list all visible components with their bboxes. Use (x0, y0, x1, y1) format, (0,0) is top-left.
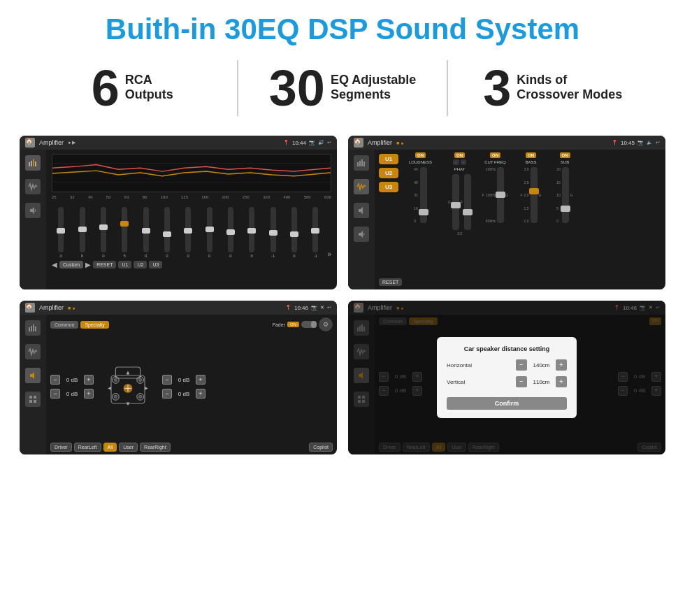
cutfreq-slider[interactable] (497, 167, 504, 223)
bass-slider[interactable] (531, 167, 538, 223)
speaker-btn-copilot[interactable]: Copilot (309, 443, 333, 452)
eq-u3-btn[interactable]: U3 (149, 261, 162, 268)
db-value-tl: 0 dB (62, 377, 82, 383)
eq-prev-arrow[interactable]: ◀ (52, 261, 57, 268)
db-plus-tr[interactable]: + (196, 375, 206, 385)
amp-channel-loudness: ON LOUDNESS 644832160 (401, 152, 440, 271)
amp-app-title: Amplifier (368, 139, 392, 146)
loudness-slider[interactable] (420, 167, 427, 223)
phat-slider-g[interactable] (452, 174, 459, 230)
dialog-vertical-minus[interactable]: − (516, 376, 527, 387)
speaker-btn-rearleft[interactable]: RearLeft (74, 443, 101, 452)
loudness-on-badge[interactable]: ON (415, 152, 426, 158)
db-minus-br[interactable]: − (162, 389, 172, 399)
eq-more-icon[interactable]: » (327, 250, 331, 258)
eq-slider-9[interactable]: 0 (243, 207, 261, 258)
db-minus-tr[interactable]: − (162, 375, 172, 385)
eq-slider-0[interactable]: 0 (52, 207, 70, 258)
amp-reset-btn[interactable]: RESET (379, 278, 402, 286)
amp-location-icon: 📍 (612, 140, 618, 145)
eq-sidebar-wave-icon[interactable] (25, 179, 41, 194)
svg-rect-19 (29, 396, 32, 399)
sp-sidebar-speaker-icon[interactable] (25, 368, 41, 383)
db-minus-tl[interactable]: − (50, 375, 60, 385)
speaker-settings-icon[interactable]: ⚙ (319, 317, 333, 331)
eq-u1-btn[interactable]: U1 (118, 261, 131, 268)
cutfreq-label: CUT FREQ (484, 160, 506, 164)
stat-eq: 30 EQ Adjustable Segments (252, 63, 433, 113)
sp-sidebar-expand-icon[interactable] (25, 392, 41, 407)
eq-slider-1[interactable]: 0 (73, 207, 91, 258)
fader-on-badge[interactable]: ON (287, 322, 299, 327)
speaker-tab-common[interactable]: Common (50, 321, 78, 329)
eq-reset-btn[interactable]: RESET (93, 261, 116, 268)
sp-sidebar-eq-icon[interactable] (25, 320, 41, 336)
speaker-home-icon[interactable]: 🏠 (25, 303, 35, 313)
amp-u1-btn[interactable]: U1 (379, 154, 398, 164)
amp-sidebar-speaker-icon[interactable] (354, 203, 369, 218)
amp-home-icon[interactable]: 🏠 (354, 138, 363, 148)
eq-slider-10[interactable]: -1 (264, 207, 282, 258)
amp-sidebar-wave-icon[interactable] (354, 179, 369, 194)
eq-slider-12[interactable]: -1 (306, 207, 324, 258)
amp-sidebar-vol-icon[interactable] (354, 227, 369, 242)
stat-label-eq-line2: Segments (331, 87, 416, 102)
speaker-btn-rearright[interactable]: RearRight (140, 443, 171, 452)
amp-u2-btn[interactable]: U2 (379, 168, 398, 178)
home-icon[interactable]: 🏠 (25, 138, 35, 148)
dialog-horizontal-plus[interactable]: + (556, 359, 567, 371)
dialog-vertical-row: Vertical − 110cm + (447, 376, 567, 387)
speaker-btn-driver[interactable]: Driver (50, 443, 72, 452)
confirm-button[interactable]: Confirm (447, 397, 567, 410)
db-control-br: − 0 dB + (162, 389, 206, 399)
phat-slider-f[interactable] (464, 174, 471, 230)
dialog-horizontal-minus[interactable]: − (516, 359, 527, 371)
cutfreq-on-badge[interactable]: ON (490, 152, 500, 158)
eq-custom-btn[interactable]: Custom (59, 261, 83, 268)
eq-slider-6[interactable]: 0 (179, 207, 197, 258)
amp-u3-btn[interactable]: U3 (379, 182, 398, 192)
speaker-btn-all[interactable]: All (103, 443, 117, 452)
eq-slider-8[interactable]: 0 (222, 207, 240, 258)
db-minus-bl[interactable]: − (50, 389, 60, 399)
fader-label: Fader (273, 322, 285, 327)
eq-slider-11[interactable]: 0 (285, 207, 303, 258)
sub-slider[interactable] (562, 167, 569, 223)
eq-slider-2[interactable]: 0 (94, 207, 113, 258)
eq-slider-7[interactable]: 0 (200, 207, 218, 258)
eq-status-bar: 🏠 Amplifier ● ▶ 📍 10:44 📷 🔊 ↩ (20, 136, 337, 150)
amp-back-icon[interactable]: ↩ (656, 140, 660, 145)
eq-slider-4[interactable]: 0 (136, 207, 154, 258)
bass-on-badge[interactable]: ON (526, 152, 536, 158)
speaker-back-icon[interactable]: ↩ (327, 305, 331, 310)
db-plus-tl[interactable]: + (84, 375, 94, 385)
amp-time: 10:45 (621, 140, 635, 146)
eq-u2-btn[interactable]: U2 (134, 261, 147, 268)
svg-rect-11 (363, 162, 365, 166)
amp-cam-icon: 📷 (637, 140, 644, 145)
dialog-vertical-plus[interactable]: + (556, 376, 567, 387)
speaker-tab-specialty[interactable]: Specialty (80, 321, 108, 329)
eq-next-arrow[interactable]: ▶ (85, 261, 91, 268)
eq-slider-3[interactable]: 5 (115, 207, 134, 258)
amp-channel-cutfreq: ON CUT FREQ F 100Hz100Hz80kHz (480, 152, 511, 271)
fader-slider[interactable] (301, 321, 317, 328)
stat-label-eq-line1: EQ Adjustable (331, 73, 416, 87)
sub-on-badge[interactable]: ON (560, 152, 570, 158)
db-plus-bl[interactable]: + (84, 389, 94, 399)
page-title: Buith-in 30EQ DSP Sound System (0, 0, 685, 53)
amp-main: U1 U2 U3 ON LOUDNESS (375, 150, 665, 289)
phat-on-badge[interactable]: ON (454, 152, 465, 158)
sp-sidebar-wave-icon[interactable] (25, 344, 41, 359)
db-plus-br[interactable]: + (196, 389, 206, 399)
amp-sidebar-eq-icon[interactable] (354, 155, 369, 171)
eq-slider-5[interactable]: 0 (158, 207, 176, 258)
dialog-title: Car speaker distance setting (447, 345, 567, 352)
eq-sidebar-eq-icon[interactable] (25, 155, 41, 171)
svg-point-32 (138, 395, 142, 399)
amp-status-bar: 🏠 Amplifier ■ ● 📍 10:45 📷 🔈 ↩ (348, 136, 665, 150)
speaker-btn-user[interactable]: User (119, 443, 138, 452)
speaker-vol-icon: ✕ (320, 305, 324, 310)
eq-back-icon[interactable]: ↩ (327, 140, 331, 145)
eq-sidebar-speaker-icon[interactable] (25, 203, 41, 218)
